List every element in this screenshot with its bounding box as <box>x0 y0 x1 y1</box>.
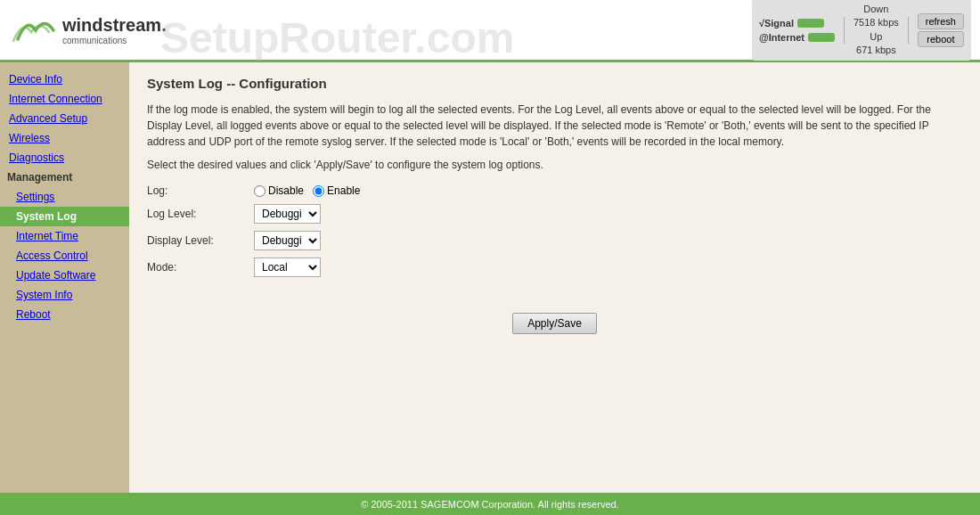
internet-indicator <box>808 33 835 42</box>
sidebar-item-internet-time[interactable]: Internet Time <box>0 226 129 246</box>
enable-radio-label[interactable]: Enable <box>313 184 360 197</box>
display-level-control: Debugging Information Notice Warning Err… <box>254 231 321 250</box>
log-label: Log: <box>147 184 254 197</box>
display-level-row: Display Level: Debugging Information Not… <box>147 231 962 250</box>
description: If the log mode is enabled, the system w… <box>147 102 962 150</box>
display-level-label: Display Level: <box>147 234 254 247</box>
log-level-select[interactable]: Debugging Information Notice Warning Err… <box>254 204 321 224</box>
log-control: Disable Enable <box>254 184 360 197</box>
footer-text: © 2005-2011 SAGEMCOM Corporation. All ri… <box>361 499 618 510</box>
sidebar-item-system-info[interactable]: System Info <box>0 285 129 305</box>
enable-radio[interactable] <box>313 185 324 197</box>
footer: © 2005-2011 SAGEMCOM Corporation. All ri… <box>0 493 980 515</box>
action-buttons: refresh reboot <box>918 13 964 47</box>
header: windstream. communications SetupRouter.c… <box>0 0 980 62</box>
sidebar-item-reboot[interactable]: Reboot <box>0 305 129 324</box>
signal-status: √Signal <box>759 18 835 29</box>
sidebar-item-settings[interactable]: Settings <box>0 187 129 207</box>
speed-info: Down 7518 kbps Up 671 kbps <box>853 3 899 58</box>
enable-label: Enable <box>327 184 360 197</box>
up-label: Up <box>853 30 899 44</box>
reboot-button[interactable]: reboot <box>918 31 964 47</box>
mode-label: Mode: <box>147 261 254 274</box>
sidebar-item-update-software[interactable]: Update Software <box>0 266 129 285</box>
sidebar-item-diagnostics[interactable]: Diagnostics <box>0 148 129 168</box>
apply-save-button[interactable]: Apply/Save <box>512 313 597 334</box>
log-level-row: Log Level: Debugging Information Notice … <box>147 204 962 224</box>
sidebar-item-internet-connection[interactable]: Internet Connection <box>0 89 129 109</box>
down-speed: 7518 kbps <box>853 16 899 29</box>
logo-area: windstream. communications <box>9 12 167 48</box>
disable-radio-label[interactable]: Disable <box>254 184 304 197</box>
down-label: Down <box>853 3 899 16</box>
status-bar: √Signal @Internet Down 7518 kbps Up 671 … <box>752 0 971 61</box>
sidebar-section-management: Management <box>0 168 129 187</box>
mode-row: Mode: Local Remote Both <box>147 258 962 277</box>
divider-1 <box>844 17 845 44</box>
sidebar-item-system-log[interactable]: System Log <box>0 207 129 226</box>
sidebar-item-device-info[interactable]: Device Info <box>0 69 129 89</box>
sidebar-item-advanced-setup[interactable]: Advanced Setup <box>0 109 129 128</box>
main-layout: Device Info Internet Connection Advanced… <box>0 62 980 493</box>
internet-label: @Internet <box>759 32 804 43</box>
page-title: System Log -- Configuration <box>147 76 962 91</box>
windstream-logo-icon <box>9 12 58 48</box>
log-row: Log: Disable Enable <box>147 184 962 197</box>
signal-label: √Signal <box>759 18 794 29</box>
divider-2 <box>908 17 909 44</box>
sidebar-item-wireless[interactable]: Wireless <box>0 128 129 148</box>
apply-section: Apply/Save <box>147 313 962 334</box>
disable-radio[interactable] <box>254 185 265 197</box>
mode-select[interactable]: Local Remote Both <box>254 258 321 277</box>
up-speed: 671 kbps <box>853 44 899 57</box>
watermark: SetupRouter.com <box>160 13 514 62</box>
sidebar-item-access-control[interactable]: Access Control <box>0 246 129 266</box>
logo-text: windstream. <box>62 15 167 35</box>
logo-sub: communications <box>62 36 167 45</box>
log-level-label: Log Level: <box>147 208 254 220</box>
display-level-select[interactable]: Debugging Information Notice Warning Err… <box>254 231 321 250</box>
internet-status: @Internet <box>759 32 835 43</box>
main-content: System Log -- Configuration If the log m… <box>129 62 980 493</box>
mode-control: Local Remote Both <box>254 258 321 277</box>
signal-indicator <box>797 19 824 28</box>
sidebar: Device Info Internet Connection Advanced… <box>0 62 129 493</box>
instruction: Select the desired values and click 'App… <box>147 159 962 171</box>
disable-label: Disable <box>268 184 304 197</box>
refresh-button[interactable]: refresh <box>918 13 964 29</box>
log-level-control: Debugging Information Notice Warning Err… <box>254 204 321 224</box>
